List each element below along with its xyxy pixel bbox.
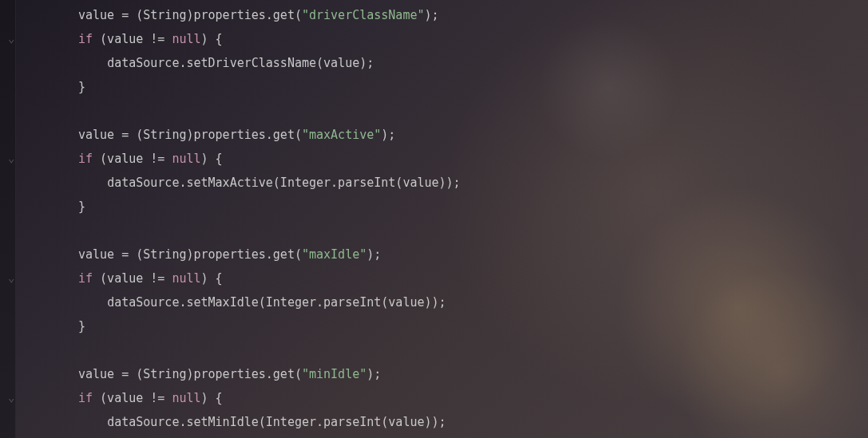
code-token-plain: )properties.get( (186, 367, 302, 381)
code-token-brace: } (78, 319, 85, 333)
code-token-plain: (value != (93, 32, 172, 46)
code-token-keyword-null: null (172, 271, 200, 286)
code-token-plain: (value != (93, 391, 172, 405)
code-line[interactable]: value = (String)properties.get("driverCl… (78, 3, 868, 27)
code-token-plain: )properties.get( (186, 247, 302, 262)
code-token-plain: dataSource.setMinIdle(Integer.parseInt(v… (107, 415, 446, 429)
code-line[interactable] (78, 99, 868, 123)
code-token-keyword: if (78, 152, 93, 166)
code-line[interactable]: value = (String)properties.get("maxIdle"… (78, 243, 868, 266)
code-token-plain: (value != (93, 271, 172, 286)
code-token-plain: value = ( (78, 128, 143, 142)
code-line[interactable]: } (78, 434, 868, 438)
code-token-plain: dataSource.setMaxIdle(Integer.parseInt(v… (107, 295, 446, 310)
code-token-plain: value = ( (78, 367, 143, 381)
code-token-string: "minIdle" (302, 367, 367, 381)
fold-chevron-icon[interactable]: ⌄ (8, 386, 14, 408)
code-line[interactable]: value = (String)properties.get("minIdle"… (78, 362, 868, 386)
code-token-plain: String (143, 128, 186, 142)
code-token-keyword-null: null (172, 152, 200, 166)
code-token-plain: value = ( (78, 247, 143, 262)
code-line[interactable] (78, 338, 868, 362)
code-token-keyword: if (78, 391, 93, 405)
code-token-plain: String (143, 367, 186, 381)
code-token-brace: } (78, 80, 85, 94)
code-token-keyword-null: null (172, 391, 200, 405)
code-token-plain: ) { (201, 32, 223, 46)
code-line[interactable] (78, 219, 868, 243)
code-line[interactable]: if (value != null) { (78, 386, 868, 410)
code-line[interactable]: dataSource.setDriverClassName(value); (78, 51, 868, 75)
code-token-keyword: if (78, 271, 93, 286)
fold-chevron-icon[interactable]: ⌄ (8, 266, 14, 289)
code-line[interactable]: } (78, 195, 868, 219)
code-line[interactable]: dataSource.setMinIdle(Integer.parseInt(v… (78, 410, 868, 434)
code-line[interactable]: dataSource.setMaxIdle(Integer.parseInt(v… (78, 290, 868, 314)
code-token-plain: (value != (93, 152, 172, 166)
code-token-keyword-null: null (172, 32, 200, 46)
code-line[interactable]: value = (String)properties.get("maxActiv… (78, 123, 868, 147)
code-line[interactable]: } (78, 314, 868, 338)
code-token-plain: ); (381, 128, 395, 142)
code-token-string: "driverClassName" (302, 8, 425, 22)
code-line[interactable]: } (78, 75, 868, 99)
fold-chevron-icon[interactable]: ⌄ (8, 27, 14, 49)
editor-gutter: ⌄⌄⌄⌄ (0, 0, 16, 438)
code-token-plain: ); (367, 247, 381, 262)
fold-chevron-icon[interactable]: ⌄ (8, 147, 14, 169)
code-line[interactable]: if (value != null) { (78, 266, 868, 290)
code-token-plain: )properties.get( (186, 128, 302, 142)
code-token-plain: value = ( (78, 8, 143, 22)
code-token-plain: ) { (201, 271, 223, 286)
code-line[interactable]: if (value != null) { (78, 147, 868, 171)
code-token-plain: ) { (201, 391, 223, 405)
code-token-plain: )properties.get( (186, 8, 302, 22)
code-token-plain: ); (367, 367, 381, 381)
code-token-plain: dataSource.setDriverClassName(value); (107, 56, 374, 70)
code-token-plain: ); (425, 8, 439, 22)
code-token-plain: String (143, 8, 186, 22)
code-token-brace: } (78, 199, 85, 214)
code-token-plain: String (143, 247, 186, 262)
code-line[interactable]: if (value != null) { (78, 27, 868, 51)
code-token-keyword: if (78, 32, 93, 46)
code-editor-area[interactable]: value = (String)properties.get("driverCl… (16, 0, 868, 438)
code-token-string: "maxIdle" (302, 247, 367, 262)
code-token-plain: dataSource.setMaxActive(Integer.parseInt… (107, 176, 461, 190)
code-token-string: "maxActive" (302, 128, 381, 142)
code-line[interactable]: dataSource.setMaxActive(Integer.parseInt… (78, 171, 868, 195)
code-token-plain: ) { (201, 152, 223, 166)
